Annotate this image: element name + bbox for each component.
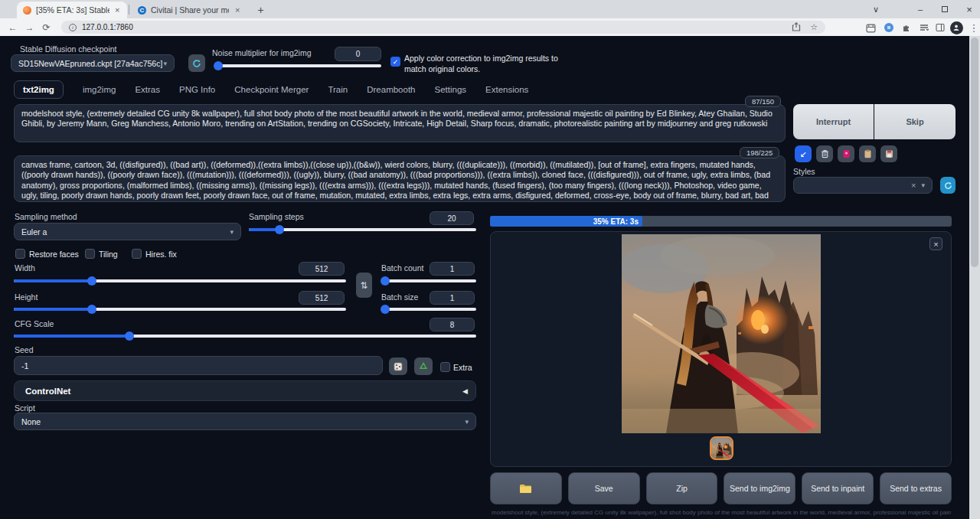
cfg-scale-slider[interactable] [14,335,476,338]
slider-handle[interactable] [87,276,96,286]
prompt-textarea[interactable]: modelshoot style, (extremely detailed CG… [14,104,786,142]
sampling-steps-slider[interactable] [249,228,476,231]
back-icon[interactable]: ← [6,21,19,34]
clear-prompt-button[interactable] [816,145,833,162]
swap-width-height-button[interactable]: ⇅ [356,273,372,298]
scrollbar-thumb[interactable] [971,38,978,267]
batch-count-slider[interactable] [381,279,476,282]
slider-handle[interactable] [381,305,390,314]
window-menu-chevron-icon[interactable]: ∨ [864,0,888,18]
batch-count-value[interactable]: 1 [430,262,475,276]
window-restore-button[interactable] [933,0,957,18]
tiling-checkbox[interactable] [85,249,95,259]
site-info-icon[interactable]: i [69,24,77,31]
extensions-puzzle-icon[interactable] [900,21,913,34]
sampling-steps-value[interactable]: 20 [430,211,474,225]
url-bar[interactable]: i 127.0.0.1:7860 ☆ [61,21,825,34]
extra-seed-checkbox[interactable] [440,362,450,372]
browser-menu-icon[interactable]: ⋮ [967,21,980,34]
tab-png-info[interactable]: PNG Info [179,85,215,94]
cfg-scale-value[interactable]: 8 [430,318,475,331]
restore-faces-checkbox[interactable] [15,249,25,259]
refresh-checkpoints-button[interactable] [188,54,205,72]
batch-size-value[interactable]: 1 [430,291,475,305]
tab-checkpoint-merger[interactable]: Checkpoint Merger [234,85,309,94]
random-seed-button[interactable] [389,357,407,375]
slider-handle[interactable] [275,225,284,234]
batch-size-slider[interactable] [381,308,476,311]
bookmark-star-icon[interactable]: ☆ [810,22,818,33]
send-to-inpaint-button[interactable]: Send to inpaint [802,472,874,504]
image-preview-panel: × [490,231,952,467]
forward-icon[interactable]: → [23,21,36,34]
tab-extensions[interactable]: Extensions [485,85,528,94]
paste-generation-params-button[interactable]: ↙ [795,145,812,162]
side-panel-icon[interactable] [933,21,947,34]
styles-dropdown[interactable]: × ▾ [793,177,933,194]
slider-handle[interactable] [125,331,134,341]
checkpoint-dropdown[interactable]: SD15NewVAEpruned.ckpt [27a4ac756c] ▾ [11,54,175,72]
seed-input[interactable]: -1 [14,356,383,375]
chevron-down-icon: ▾ [163,60,167,67]
width-value[interactable]: 512 [299,262,345,276]
blue-extension-icon[interactable] [882,21,896,34]
extension-grid-icon[interactable] [864,21,877,34]
interrupt-button[interactable]: Interrupt [793,104,874,139]
color-correction-checkbox[interactable]: ✓ [390,57,400,67]
extra-networks-button[interactable] [838,145,854,162]
tab-close-icon[interactable]: × [234,5,242,15]
send-to-extras-button[interactable]: Send to extras [880,472,952,504]
tab-extras[interactable]: Extras [135,85,160,94]
height-value[interactable]: 512 [299,291,345,305]
tab-train[interactable]: Train [328,85,348,94]
height-slider[interactable] [14,308,346,311]
noise-multiplier-value[interactable]: 0 [335,47,381,61]
tab-close-icon[interactable]: × [114,5,121,15]
clear-styles-icon[interactable]: × [911,181,916,190]
browser-tab-stable-diffusion[interactable]: [35% ETA: 3s] Stable Diffusion × [17,2,127,18]
browser-tab-civitai[interactable]: C Civitai | Share your models × [132,2,248,18]
save-style-button[interactable] [880,145,897,162]
tab-txt2img[interactable]: txt2img [14,80,64,99]
save-button[interactable]: Save [568,472,640,504]
noise-multiplier-slider[interactable] [215,64,381,67]
reload-icon[interactable]: ⟳ [40,21,53,34]
slider-handle[interactable] [87,305,96,314]
browser-tabstrip: [35% ETA: 3s] Stable Diffusion × C Civit… [0,0,980,18]
apply-styles-button[interactable] [859,145,876,162]
generated-image [622,234,821,433]
tab-dreambooth[interactable]: Dreambooth [367,85,415,94]
close-preview-button[interactable]: × [929,237,942,250]
new-tab-button[interactable]: + [254,3,267,16]
hires-fix-checkbox[interactable] [132,249,142,259]
profile-avatar[interactable] [949,21,963,34]
browser-toolbar: ← → ⟳ i 127.0.0.1:7860 ☆ [0,18,980,36]
reuse-seed-button[interactable] [414,357,433,375]
open-folder-button[interactable] [490,472,562,504]
slider-handle[interactable] [381,276,390,286]
reading-list-icon[interactable] [917,21,931,34]
send-to-img2img-button[interactable]: Send to img2img [724,472,795,504]
window-minimize-button[interactable]: – [908,0,933,18]
refresh-styles-button[interactable] [940,177,956,194]
seed-value: -1 [21,361,28,370]
trash-icon [821,149,829,158]
controlnet-accordion[interactable]: ControlNet ◀ [14,380,476,401]
dice-icon [394,362,403,371]
script-dropdown[interactable]: None ▾ [14,413,476,430]
share-icon[interactable] [792,22,801,33]
floppy-disk-icon [885,149,893,158]
sampling-method-dropdown[interactable]: Euler a ▾ [14,223,241,240]
slider-handle[interactable] [214,61,223,70]
generated-image-preview[interactable] [622,234,821,433]
gallery-thumbnail[interactable] [710,436,733,460]
tab-settings[interactable]: Settings [435,85,467,94]
negative-prompt-textarea[interactable]: canvas frame, cartoon, 3d, ((disfigured)… [14,155,786,202]
skip-button[interactable]: Skip [874,104,956,139]
width-slider[interactable] [14,279,346,282]
tab-img2img[interactable]: img2img [83,85,116,94]
zip-button[interactable]: Zip [646,472,718,504]
checkpoint-label: Stable Diffusion checkpoint [20,44,116,54]
page-scrollbar[interactable] [969,36,980,519]
window-close-button[interactable]: × [957,0,980,18]
